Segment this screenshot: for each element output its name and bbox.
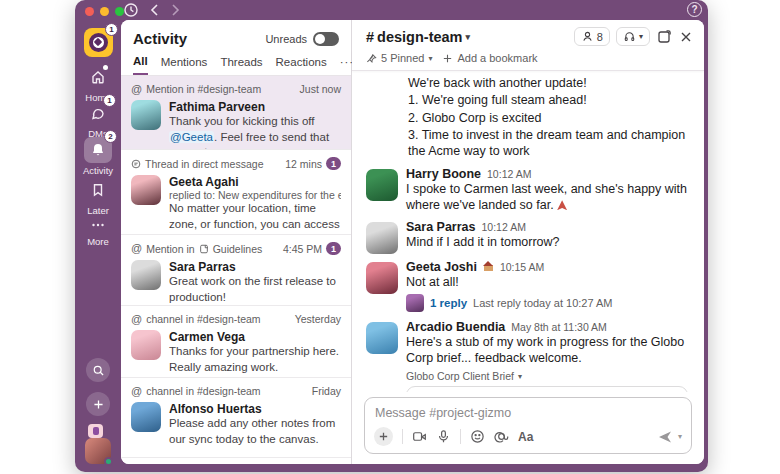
format-button[interactable]: Aa — [518, 430, 533, 444]
divider — [402, 429, 403, 444]
sidebar-item-later[interactable]: Later — [75, 177, 121, 216]
thread-icon — [131, 159, 141, 169]
chevron-down-icon: ▾ — [428, 54, 432, 63]
home-icon — [90, 69, 106, 85]
close-icon[interactable] — [678, 29, 694, 45]
emoji-icon[interactable] — [470, 429, 485, 444]
channel-header: # design-team ▾ 8 ▾ — [352, 20, 704, 50]
message-harry[interactable]: Harry Boone10:12 AM I spoke to Carmen la… — [352, 163, 704, 216]
status-emoji — [88, 424, 103, 438]
titlebar: ? — [75, 0, 708, 20]
plus-icon — [92, 398, 105, 411]
canvas-card[interactable]: Globo Corp Client Brief Canvas — [406, 386, 688, 392]
message-sara[interactable]: Sara Parras10:12 AM Mind if I add it in … — [352, 216, 704, 256]
sidebar-item-more[interactable]: More — [75, 216, 121, 247]
attach-button[interactable] — [374, 427, 393, 446]
members-icon — [581, 30, 594, 43]
avatar-carmen — [131, 330, 161, 360]
message-list: We're back with another update! 1. We're… — [352, 71, 704, 392]
activity-item-mention-sara[interactable]: @ Mention in Guidelines 4:45 PM1 Sara Pa… — [121, 235, 351, 306]
tab-reactions[interactable]: Reactions — [276, 56, 327, 74]
thread-reply-bar[interactable]: 1 reply Last reply today at 10:27 AM — [406, 294, 688, 312]
help-icon[interactable]: ? — [687, 2, 702, 17]
workspace-rail: 1 Home 1 DMs 2 A — [75, 20, 121, 472]
mention-link[interactable]: @Geeta — [169, 131, 214, 143]
search-button[interactable] — [86, 358, 110, 382]
huddle-chevron-icon: ▾ — [639, 32, 643, 41]
avatar-sara — [131, 260, 161, 290]
send-options-chevron-icon[interactable]: ▾ — [678, 432, 682, 441]
activity-item-time: Friday — [312, 385, 341, 397]
add-bookmark-button[interactable]: Add a bookmark — [442, 52, 537, 64]
create-new-button[interactable] — [86, 392, 110, 416]
activity-item-channel-carmen[interactable]: @ channel in #design-team Yesterday Carm… — [121, 306, 351, 378]
user-avatar[interactable] — [85, 438, 111, 464]
home-unread-dot — [103, 65, 108, 70]
avatar-alfonso — [131, 402, 161, 432]
avatar-geeta-agahi — [131, 175, 161, 205]
close-window-button[interactable] — [85, 7, 94, 16]
activity-item-time: 12 mins — [285, 158, 322, 170]
chevron-down-icon: ▾ — [518, 372, 522, 381]
dms-icon — [90, 105, 106, 121]
canvas-doc-icon — [199, 244, 209, 254]
channel-view: # design-team ▾ 8 ▾ — [352, 20, 704, 464]
avatar-sara — [366, 222, 398, 254]
activity-tabs: All Mentions Threads Reactions ··· — [121, 51, 351, 76]
avatar-harry — [366, 169, 398, 201]
presence-indicator — [104, 457, 113, 466]
tab-threads[interactable]: Threads — [220, 56, 262, 74]
members-button[interactable]: 8 — [574, 27, 610, 46]
more-dots-icon — [90, 217, 106, 233]
workspace-logo-icon — [89, 33, 108, 52]
back-icon[interactable] — [147, 2, 163, 18]
plus-icon — [442, 53, 453, 64]
replied-to-context: replied to: New expenditures for the ent… — [169, 189, 341, 201]
divider — [460, 429, 461, 444]
message-input[interactable] — [365, 398, 691, 422]
plus-icon — [378, 431, 389, 442]
mention-at-icon: @ — [131, 84, 142, 95]
huddle-button[interactable]: ▾ — [616, 27, 650, 46]
activity-list: @ Mention in #design-team Just now Fathi… — [121, 76, 351, 464]
unreads-toggle[interactable] — [313, 32, 339, 46]
dms-badge: 1 — [103, 94, 116, 107]
activity-item-channel-alfonso[interactable]: @ channel in #design-team Friday Alfonso… — [121, 378, 351, 458]
activity-badge: 2 — [104, 130, 117, 143]
unread-count-badge: 1 — [326, 157, 341, 170]
message-arcadio[interactable]: Arcadio BuendiaMay 8th at 11:30 AM Here'… — [352, 316, 704, 392]
sidebar-item-activity[interactable]: 2 Activity — [75, 137, 121, 176]
tab-mentions[interactable]: Mentions — [161, 56, 208, 74]
activity-title: Activity — [133, 30, 187, 47]
message-geeta-joshi[interactable]: Geeta Joshi10:15 AM Not at all! 1 reply … — [352, 256, 704, 316]
mention-at-icon: @ — [131, 314, 142, 325]
send-icon[interactable] — [657, 429, 673, 445]
hash-icon: # — [366, 29, 374, 45]
workspace-switcher[interactable]: 1 — [84, 28, 113, 57]
slack-window: ? 1 Home 1 DMs — [75, 0, 708, 472]
later-bookmark-icon — [90, 182, 106, 198]
workspace-badge: 1 — [105, 23, 118, 36]
chevron-down-icon: ▾ — [466, 32, 471, 42]
forward-icon[interactable] — [167, 2, 183, 18]
mention-at-icon[interactable] — [494, 429, 509, 444]
thread-replies-link[interactable]: 1 reply — [430, 297, 467, 309]
avatar-arcadio — [366, 322, 398, 354]
canvas-panel-icon[interactable] — [656, 29, 672, 45]
channel-title[interactable]: # design-team ▾ — [366, 29, 470, 45]
desktop: ? 1 Home 1 DMs — [0, 0, 780, 474]
avatar-fathima — [131, 100, 161, 130]
attachment-label[interactable]: Globo Corp Client Brief▾ — [406, 370, 688, 382]
pinned-items[interactable]: 5 Pinned ▾ — [366, 52, 432, 64]
tab-all[interactable]: All — [133, 55, 148, 75]
video-icon[interactable] — [412, 429, 427, 444]
activity-item-time: Yesterday — [295, 313, 341, 325]
history-icon[interactable] — [123, 2, 139, 18]
activity-item-thread-geeta[interactable]: Thread in direct message 12 mins1 Geeta … — [121, 150, 351, 235]
minimize-window-button[interactable] — [100, 7, 109, 16]
activity-item-mention-fathima[interactable]: @ Mention in #design-team Just now Fathi… — [121, 76, 351, 150]
mention-at-icon: @ — [131, 243, 142, 254]
unread-count-badge: 1 — [326, 242, 341, 255]
unreads-label: Unreads — [265, 33, 307, 45]
mic-icon[interactable] — [436, 429, 451, 444]
